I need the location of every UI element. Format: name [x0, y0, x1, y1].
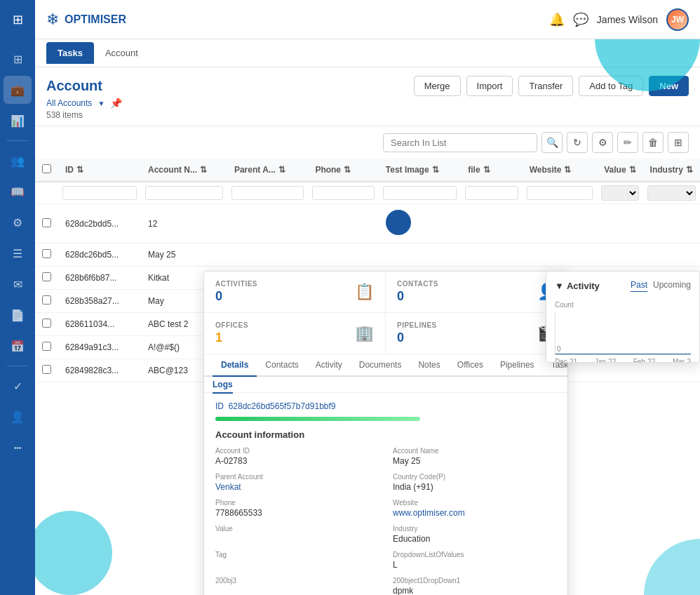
select-all-checkbox[interactable]	[42, 164, 51, 173]
detail-tab-details[interactable]: Details	[213, 354, 257, 377]
message-icon[interactable]: 💬	[573, 12, 588, 27]
chart-icon: 📊	[11, 114, 25, 128]
account-sub: All Accounts ▼ 📌	[46, 98, 689, 109]
settings-button[interactable]: ⚙	[592, 132, 613, 153]
col-account-name[interactable]: Account N... ⇅	[148, 165, 220, 175]
filter-file[interactable]	[465, 186, 518, 200]
stat-contacts-value: 0	[397, 289, 438, 304]
cell-id: 628611034...	[58, 313, 141, 336]
filter-test-image[interactable]	[383, 186, 457, 200]
sidebar-item-team[interactable]: 👤	[4, 403, 32, 431]
col-test-image[interactable]: Test Image ⇅	[386, 165, 454, 175]
col-value[interactable]: Value ⇅	[604, 165, 635, 175]
sidebar-item-document[interactable]: 📄	[4, 301, 32, 329]
col-file[interactable]: file ⇅	[468, 165, 515, 175]
col-phone[interactable]: Phone ⇅	[315, 165, 371, 175]
sidebar-item-task[interactable]: ✓	[4, 372, 32, 400]
tab-account[interactable]: Account	[94, 42, 149, 64]
filter-industry[interactable]	[647, 185, 696, 201]
tab-tasks[interactable]: Tasks	[46, 42, 94, 64]
field-200bj3-label: 200bj3	[215, 577, 379, 584]
sidebar-item-chart[interactable]: 📊	[4, 107, 32, 135]
col-parent[interactable]: Parent A... ⇅	[234, 165, 301, 175]
refresh-button[interactable]: ↻	[567, 132, 588, 153]
detail-tab-contacts[interactable]: Contacts	[257, 354, 307, 377]
detail-tab-activity[interactable]: Activity	[307, 354, 351, 377]
field-industry-label: Industry	[393, 525, 556, 533]
sidebar-item-list[interactable]: ☰	[4, 239, 32, 267]
stat-contacts: CONTACTS 0 👤	[386, 272, 567, 312]
sidebar-item-grid[interactable]: ⊞	[4, 45, 32, 73]
import-button[interactable]: Import	[466, 76, 513, 96]
row-checkbox[interactable]	[42, 218, 51, 227]
dropdown-icon[interactable]: ▼	[97, 100, 105, 107]
field-parent-label: Parent Account	[215, 473, 379, 481]
top-nav-right: 🔔 💬 James Wilson JW	[549, 8, 700, 31]
filter-website[interactable]	[527, 186, 593, 200]
row-checkbox[interactable]	[42, 342, 51, 351]
filter-phone[interactable]	[312, 186, 374, 200]
detail-tab-documents[interactable]: Documents	[351, 354, 410, 377]
search-input[interactable]	[383, 133, 537, 152]
sidebar-divider-1	[7, 140, 28, 141]
chart-y-label: Count	[555, 301, 574, 309]
sidebar-item-more[interactable]: •••	[4, 434, 32, 462]
detail-tab-pipelines[interactable]: Pipelines	[492, 354, 543, 377]
mail-icon: ✉	[13, 278, 22, 291]
field-tag: Tag	[215, 551, 379, 570]
field-account-id-value: A-02783	[215, 456, 379, 466]
detail-tab-notes[interactable]: Notes	[410, 354, 448, 377]
left-sidebar: ⊞ 💼 📊 👥 📖 ⚙ ☰ ✉ 📄 📅 ✓ 👤 •••	[0, 39, 35, 595]
transfer-button[interactable]: Transfer	[518, 76, 573, 96]
row-checkbox[interactable]	[42, 295, 51, 305]
filter-id[interactable]	[62, 186, 137, 200]
stat-activities-value: 0	[215, 289, 257, 304]
filter-button[interactable]: ⊞	[668, 132, 689, 153]
col-id[interactable]: ID ⇅	[65, 165, 134, 175]
field-phone-label: Phone	[215, 499, 379, 507]
field-website-label: Website	[393, 499, 556, 507]
notification-icon[interactable]: 🔔	[549, 12, 565, 27]
sidebar-item-people[interactable]: 👥	[4, 147, 32, 175]
col-industry[interactable]: Industry ⇅	[650, 165, 693, 175]
id-value: 628dc26bd565f57b7d91bbf9	[229, 401, 336, 411]
search-button[interactable]: 🔍	[541, 132, 563, 153]
account-info-grid: Account ID A-02783 Account Name May 25 P…	[215, 447, 556, 595]
field-website-value[interactable]: www.optimiser.com	[393, 508, 556, 518]
field-parent-value[interactable]: Venkat	[215, 482, 379, 492]
edit-button[interactable]: ✏	[617, 132, 638, 153]
row-checkbox[interactable]	[42, 365, 51, 374]
filter-value[interactable]	[601, 185, 638, 201]
filter-account-name[interactable]	[145, 186, 223, 200]
filter-parent[interactable]	[231, 186, 304, 200]
delete-button[interactable]: 🗑	[642, 132, 664, 153]
account-title: Account	[46, 78, 102, 94]
sidebar-item-mail[interactable]: ✉	[4, 270, 32, 298]
sidebar-item-briefcase[interactable]: 💼	[4, 76, 32, 104]
row-checkbox[interactable]	[42, 272, 51, 281]
detail-tab-logs[interactable]: Logs	[213, 377, 233, 394]
briefcase-icon: 💼	[11, 83, 25, 97]
field-account-name: Account Name May 25	[393, 447, 556, 466]
detail-tab-offices[interactable]: Offices	[449, 354, 492, 377]
col-website[interactable]: Website ⇅	[530, 165, 591, 175]
merge-button[interactable]: Merge	[414, 76, 461, 96]
table-row[interactable]: 628dc2bdd5... 12	[35, 204, 700, 243]
all-accounts-link[interactable]: All Accounts	[46, 98, 92, 108]
cell-industry	[643, 204, 700, 243]
sidebar-toggle[interactable]: ⊞	[0, 0, 35, 39]
field-country-code: Country Code(P) India (+91)	[393, 473, 556, 492]
sidebar-item-calendar[interactable]: 📅	[4, 332, 32, 360]
activity-chevron[interactable]: ▼	[555, 281, 564, 291]
row-checkbox[interactable]	[42, 249, 51, 258]
cell-id: 628dc26bd5...	[58, 243, 141, 267]
activity-tab-upcoming[interactable]: Upcoming	[653, 280, 691, 292]
table-row[interactable]: 628dc26bd5... May 25	[35, 243, 700, 267]
row-checkbox[interactable]	[42, 319, 51, 328]
user-avatar[interactable]: JW	[666, 8, 689, 31]
logo-text: OPTIMISER	[65, 13, 126, 26]
user-name-label: James Wilson	[597, 14, 658, 25]
activity-tab-past[interactable]: Past	[631, 280, 647, 292]
sidebar-item-gear[interactable]: ⚙	[4, 208, 32, 236]
sidebar-item-book[interactable]: 📖	[4, 178, 32, 206]
